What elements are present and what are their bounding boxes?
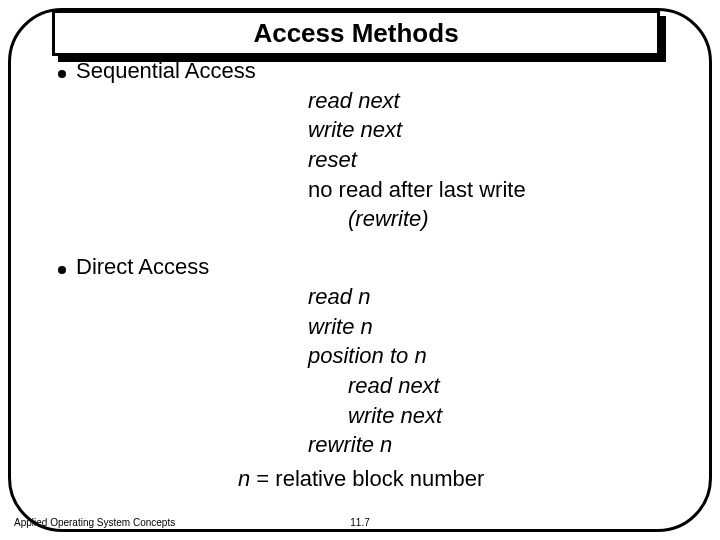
title-box: Access Methods — [52, 10, 660, 56]
op-rewrite-n: rewrite n — [308, 430, 678, 460]
slide-title: Access Methods — [253, 18, 458, 49]
op-read-n: read n — [308, 282, 678, 312]
op-read-next2: read next — [308, 371, 678, 401]
sequential-ops: read next write next reset no read after… — [308, 86, 678, 234]
note-n: n — [238, 466, 250, 491]
slide: Access Methods Sequential Access read ne… — [0, 0, 720, 540]
slide-content: Sequential Access read next write next r… — [58, 56, 678, 494]
note-eq: = relative block number — [250, 466, 484, 491]
bullet-sequential: Sequential Access — [58, 56, 678, 86]
page-number: 11.7 — [0, 517, 720, 528]
direct-ops: read n write n position to n read next w… — [308, 282, 678, 460]
bullet-label-sequential: Sequential Access — [76, 56, 256, 86]
bullet-icon — [58, 266, 66, 274]
bullet-label-direct: Direct Access — [76, 252, 209, 282]
op-no-read: no read after last write — [308, 175, 678, 205]
bullet-direct: Direct Access — [58, 252, 678, 282]
op-rewrite: (rewrite) — [308, 204, 678, 234]
bullet-icon — [58, 70, 66, 78]
op-write-next2: write next — [308, 401, 678, 431]
op-write-next: write next — [308, 115, 678, 145]
op-read-next: read next — [308, 86, 678, 116]
op-write-n: write n — [308, 312, 678, 342]
note-line: n = relative block number — [238, 464, 678, 494]
op-reset: reset — [308, 145, 678, 175]
op-position-to-n: position to n — [308, 341, 678, 371]
